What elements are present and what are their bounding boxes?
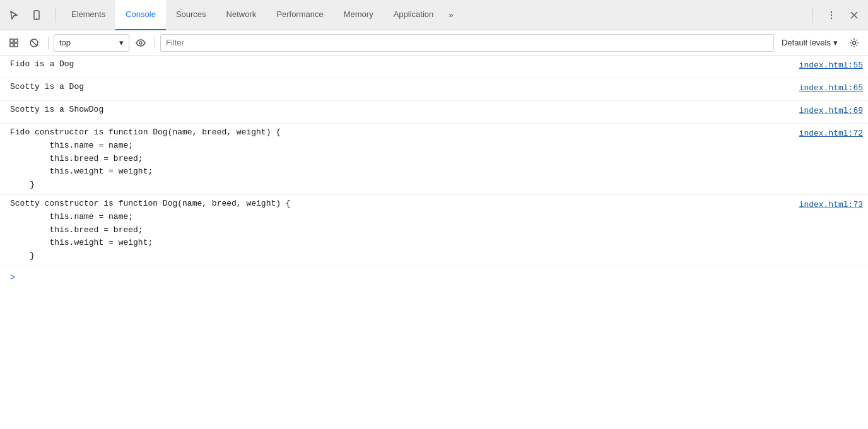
console-toolbar: top ▾ Default levels ▾ [0, 30, 868, 56]
filter-input[interactable] [160, 34, 774, 52]
svg-line-12 [31, 40, 37, 46]
svg-point-14 [853, 41, 856, 44]
context-selector[interactable]: top ▾ [54, 34, 129, 52]
console-entry-text-2: Scotty is a Dog [10, 81, 799, 94]
mobile-icon[interactable] [28, 6, 45, 24]
devtools-icons [5, 6, 45, 24]
devtools-panel: Elements Console Sources Network Perform… [0, 0, 868, 429]
console-input[interactable] [20, 273, 863, 282]
expand-log-icon[interactable] [5, 34, 23, 52]
console-entry-1: Fido is a Dog index.html:55 [0, 56, 868, 78]
svg-point-2 [831, 11, 832, 12]
toolbar-separator-2 [155, 37, 155, 49]
close-icon[interactable] [845, 6, 863, 24]
tab-console[interactable]: Console [115, 0, 166, 30]
console-entry-text-1: Fido is a Dog [10, 58, 799, 71]
settings-icon[interactable] [845, 34, 863, 52]
svg-rect-9 [10, 44, 13, 47]
tab-memory[interactable]: Memory [334, 0, 384, 30]
console-entry-link-2[interactable]: index.html:65 [799, 81, 863, 93]
svg-rect-7 [10, 39, 13, 42]
prompt-arrow-icon: > [10, 273, 15, 283]
clear-console-icon[interactable] [25, 34, 43, 52]
svg-point-3 [831, 14, 832, 15]
console-output: Fido is a Dog index.html:55 Scotty is a … [0, 56, 868, 429]
console-entry-text-5: Scotty constructor is function Dog(name,… [10, 197, 799, 263]
console-entry-link-4[interactable]: index.html:72 [799, 126, 863, 138]
separator-2 [812, 8, 812, 23]
tab-bar-right [807, 6, 863, 24]
console-entry-4: Fido constructor is function Dog(name, b… [0, 124, 868, 195]
eye-icon[interactable] [132, 34, 150, 52]
console-entry-text-4: Fido constructor is function Dog(name, b… [10, 126, 799, 192]
console-entry-link-3[interactable]: index.html:69 [799, 103, 863, 115]
separator-1 [56, 8, 56, 23]
cursor-icon[interactable] [5, 6, 23, 24]
toolbar-separator-1 [48, 37, 49, 49]
console-entry-5: Scotty constructor is function Dog(name,… [0, 195, 868, 266]
more-vert-icon[interactable] [823, 6, 840, 24]
tab-elements[interactable]: Elements [61, 0, 115, 30]
console-entry-3: Scotty is a ShowDog index.html:69 [0, 101, 868, 124]
svg-rect-10 [15, 44, 18, 47]
console-entry-2: Scotty is a Dog index.html:65 [0, 78, 868, 101]
levels-selector[interactable]: Default levels ▾ [777, 34, 843, 52]
console-entry-link-5[interactable]: index.html:73 [799, 197, 863, 209]
svg-rect-8 [15, 39, 18, 42]
console-entry-text-3: Scotty is a ShowDog [10, 103, 799, 117]
console-entry-link-1[interactable]: index.html:55 [799, 58, 863, 70]
tab-network[interactable]: Network [216, 0, 267, 30]
tab-application[interactable]: Application [384, 0, 444, 30]
console-prompt[interactable]: > [0, 266, 868, 289]
tab-sources[interactable]: Sources [166, 0, 216, 30]
tab-more[interactable]: » [443, 0, 458, 30]
tab-bar: Elements Console Sources Network Perform… [0, 0, 868, 30]
tab-performance[interactable]: Performance [266, 0, 333, 30]
svg-point-13 [139, 42, 142, 44]
svg-point-4 [831, 17, 832, 18]
